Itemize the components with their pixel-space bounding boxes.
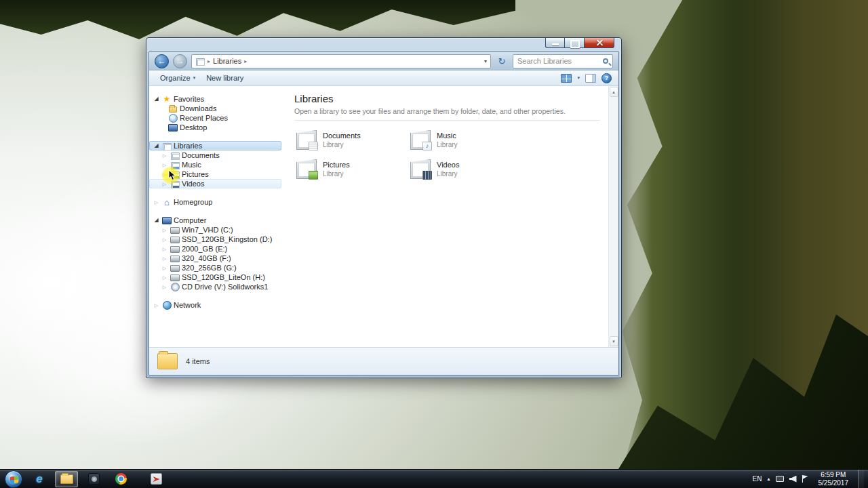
sidebar-item-network[interactable]: ▷ Network [149, 300, 281, 310]
tray-date: 5/25/2017 [818, 479, 849, 487]
expander-icon[interactable]: ▷ [161, 172, 168, 177]
library-item-documents[interactable]: Documents Library [294, 129, 408, 151]
expander-icon[interactable]: ▷ [161, 182, 168, 186]
taskbar-item-internet-explorer[interactable]: e [28, 471, 51, 487]
sidebar-item-recent-places[interactable]: Recent Places [149, 113, 281, 123]
taskbar: e EN ▴ 6:59 PM 5/25/2017 [0, 469, 868, 488]
change-view-icon[interactable] [561, 74, 572, 83]
back-button[interactable]: ← [155, 54, 169, 68]
sidebar-item-cd-drive[interactable]: ▷ CD Drive (V:) Solidworks1 [149, 282, 281, 291]
sidebar-item-libraries[interactable]: ◢ Libraries [149, 141, 281, 150]
expander-icon[interactable]: ▷ [153, 303, 160, 308]
item-kind: Library [437, 141, 458, 148]
minimize-button[interactable] [545, 38, 565, 48]
sidebar-item-label: 2000_GB (E:) [182, 245, 227, 253]
help-icon[interactable]: ? [601, 73, 612, 83]
sidebar-item-drive-c[interactable]: ▷ Win7_VHD (C:) [149, 225, 281, 235]
expander-icon[interactable]: ▷ [161, 228, 168, 232]
item-count: 4 items [186, 357, 210, 365]
sidebar-item-favorites[interactable]: ◢ ★ Favorites [149, 94, 281, 104]
language-indicator[interactable]: EN [753, 475, 762, 483]
sidebar-item-label: Network [174, 301, 201, 309]
clock[interactable]: 6:59 PM 5/25/2017 [814, 471, 853, 487]
start-button[interactable] [5, 470, 22, 488]
sidebar-item-label: Recent Places [180, 114, 228, 122]
sidebar-item-videos[interactable]: ▷ Videos [149, 179, 281, 188]
sidebar-item-computer[interactable]: ◢ Computer [149, 216, 281, 225]
vertical-scrollbar[interactable]: ▲ ▼ [608, 86, 618, 347]
sidebar-item-documents[interactable]: ▷ Documents [149, 150, 281, 160]
refresh-button[interactable]: ↻ [495, 54, 509, 68]
taskbar-item-cad[interactable] [144, 471, 167, 487]
network-icon [162, 301, 172, 310]
scroll-down-icon[interactable]: ▼ [610, 336, 618, 346]
breadcrumb-separator-icon[interactable]: ▸ [244, 58, 247, 64]
expander-icon[interactable]: ▷ [161, 266, 168, 270]
preview-pane-icon[interactable] [585, 74, 596, 83]
address-dropdown-icon[interactable]: ▾ [484, 58, 487, 64]
chrome-icon [115, 473, 127, 485]
sidebar-item-music[interactable]: ▷ Music [149, 160, 281, 169]
item-kind: Library [323, 141, 361, 148]
expander-icon[interactable]: ▷ [153, 200, 160, 205]
taskbar-item-chrome[interactable] [109, 471, 132, 487]
organize-button[interactable]: Organize ▾ [155, 73, 201, 83]
expander-icon[interactable]: ▷ [161, 247, 168, 251]
sidebar-item-desktop[interactable]: Desktop [149, 123, 281, 132]
documents-library-icon [296, 130, 317, 150]
expander-icon[interactable]: ▷ [161, 256, 168, 261]
library-item-pictures[interactable]: Pictures Library [294, 158, 408, 180]
views-dropdown-icon[interactable]: ▾ [577, 75, 580, 81]
action-center-flag-icon[interactable] [802, 475, 809, 483]
titlebar[interactable] [146, 38, 621, 52]
taskbar-item-explorer[interactable] [55, 471, 78, 487]
sidebar-item-drive-f[interactable]: ▷ 320_40GB (F:) [149, 253, 281, 263]
item-kind: Library [323, 170, 350, 178]
window-client: ← → ▸ Libraries ▸ ▾ ↻ Search Libraries O… [149, 52, 619, 375]
sidebar-item-label: Win7_VHD (C:) [182, 226, 233, 234]
taskbar-item-app[interactable] [82, 471, 105, 487]
forward-button[interactable]: → [173, 54, 187, 68]
breadcrumb[interactable]: Libraries [213, 57, 241, 65]
network-tray-icon[interactable] [776, 476, 784, 482]
sidebar-item-homegroup[interactable]: ▷ ⌂ Homegroup [149, 197, 281, 207]
libraries-icon [195, 57, 205, 66]
expander-icon[interactable]: ▷ [161, 237, 168, 242]
expander-icon[interactable]: ◢ [153, 96, 160, 102]
cd-drive-icon [170, 283, 180, 291]
music-badge-icon: ♪ [422, 142, 432, 150]
scroll-up-icon[interactable]: ▲ [610, 87, 618, 97]
pictures-badge-icon [309, 171, 318, 180]
page-subtitle: Open a library to see your files and arr… [294, 107, 600, 121]
show-hidden-icons-icon[interactable]: ▴ [767, 476, 770, 482]
sidebar-item-drive-e[interactable]: ▷ 2000_GB (E:) [149, 244, 281, 253]
library-item-music[interactable]: ♪ Music Library [408, 129, 522, 151]
address-bar[interactable]: ▸ Libraries ▸ ▾ [191, 54, 491, 68]
show-desktop-button[interactable] [858, 470, 864, 488]
expander-icon[interactable]: ◢ [153, 218, 160, 223]
expander-icon[interactable]: ▷ [161, 275, 168, 280]
new-library-button[interactable]: New library [201, 73, 249, 83]
search-icon [603, 58, 608, 64]
sidebar-item-drive-h[interactable]: ▷ SSD_120GB_LiteOn (H:) [149, 272, 281, 282]
expander-icon[interactable]: ▷ [161, 153, 168, 158]
close-button[interactable] [584, 38, 614, 48]
sidebar-item-pictures[interactable]: ▷ Pictures [149, 169, 281, 179]
music-library-icon [170, 161, 180, 169]
sidebar-item-drive-d[interactable]: ▷ SSD_120GB_Kingston (D:) [149, 235, 281, 244]
library-item-videos[interactable]: Videos Library [408, 158, 522, 180]
file-list-pane: Libraries Open a library to see your fil… [285, 86, 608, 347]
expander-icon[interactable]: ▷ [161, 163, 168, 167]
folder-icon [157, 353, 178, 369]
expander-icon[interactable]: ▷ [161, 285, 168, 289]
library-items: Documents Library ♪ Music Library [294, 129, 600, 180]
navigation-bar: ← → ▸ Libraries ▸ ▾ ↻ Search Libraries [149, 52, 618, 70]
search-input[interactable]: Search Libraries [513, 54, 613, 68]
volume-icon[interactable] [789, 476, 797, 483]
expander-icon[interactable]: ◢ [153, 143, 160, 148]
maximize-button[interactable] [565, 38, 584, 48]
pictures-library-icon [296, 159, 317, 179]
sidebar-item-downloads[interactable]: Downloads [149, 104, 281, 113]
hard-drive-icon [170, 254, 180, 263]
sidebar-item-drive-g[interactable]: ▷ 320_256GB (G:) [149, 263, 281, 272]
